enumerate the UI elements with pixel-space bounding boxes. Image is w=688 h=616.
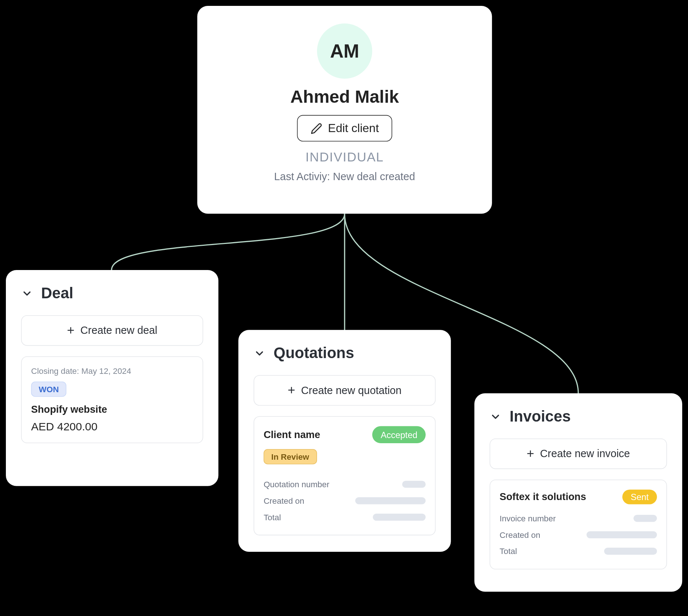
pencil-icon	[310, 123, 322, 134]
deal-title: Deal	[41, 284, 73, 302]
quotation-client-name-label: Client name	[263, 429, 320, 441]
skeleton-placeholder	[402, 481, 426, 488]
invoices-card: Invoices + Create new invoice Softex it …	[474, 393, 682, 592]
quotations-title: Quotations	[274, 344, 354, 362]
status-badge: Sent	[622, 489, 657, 504]
invoice-item[interactable]: Softex it solutions Sent Invoice number …	[489, 480, 667, 569]
field-label: Quotation number	[263, 480, 329, 489]
plus-icon: +	[288, 384, 295, 397]
deal-card: Deal + Create new deal Closing date: May…	[6, 270, 218, 486]
field-label: Total	[263, 513, 281, 522]
create-quotation-button[interactable]: + Create new quotation	[254, 375, 436, 405]
deal-header[interactable]: Deal	[21, 284, 203, 302]
skeleton-placeholder	[355, 497, 426, 504]
field-label: Created on	[263, 496, 304, 506]
invoices-title: Invoices	[510, 407, 571, 426]
status-badge: In Review	[263, 449, 317, 464]
invoice-client-name: Softex it solutions	[500, 491, 586, 503]
plus-icon: +	[67, 324, 74, 337]
status-badge: WON	[31, 382, 66, 397]
status-badge: Accepted	[372, 426, 426, 443]
deal-closing-date: Closing date: May 12, 2024	[31, 366, 193, 376]
avatar: AM	[317, 23, 372, 79]
skeleton-placeholder	[373, 514, 426, 521]
chevron-down-icon	[489, 411, 501, 422]
invoices-header[interactable]: Invoices	[489, 407, 667, 426]
skeleton-placeholder	[604, 548, 657, 555]
plus-icon: +	[527, 447, 534, 460]
edit-client-label: Edit client	[328, 121, 379, 135]
chevron-down-icon	[21, 287, 33, 299]
deal-item[interactable]: Closing date: May 12, 2024 WON Shopify w…	[21, 356, 203, 443]
create-invoice-button[interactable]: + Create new invoice	[489, 438, 667, 469]
client-card: AM Ahmed Malik Edit client INDIVIDUAL La…	[197, 6, 492, 214]
field-label: Created on	[500, 530, 540, 540]
client-type: INDIVIDUAL	[305, 150, 384, 165]
field-label: Invoice number	[500, 514, 556, 523]
chevron-down-icon	[254, 347, 265, 359]
deal-value: AED 4200.00	[31, 420, 193, 433]
deal-name: Shopify website	[31, 404, 193, 416]
create-deal-button[interactable]: + Create new deal	[21, 315, 203, 346]
create-invoice-label: Create new invoice	[540, 448, 630, 460]
client-name: Ahmed Malik	[290, 87, 399, 107]
skeleton-placeholder	[633, 515, 657, 522]
edit-client-button[interactable]: Edit client	[297, 115, 392, 142]
skeleton-placeholder	[586, 531, 657, 538]
quotations-header[interactable]: Quotations	[254, 344, 436, 362]
create-deal-label: Create new deal	[80, 324, 157, 337]
quotations-card: Quotations + Create new quotation Client…	[239, 330, 451, 552]
create-quotation-label: Create new quotation	[301, 384, 402, 397]
last-activity: Last Activiy: New deal created	[274, 171, 415, 183]
quotation-item[interactable]: Client name Accepted In Review Quotation…	[254, 416, 436, 535]
field-label: Total	[500, 547, 517, 556]
